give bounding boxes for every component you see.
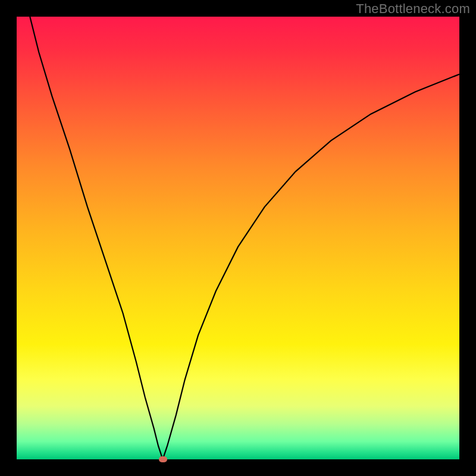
bottleneck-curve-path (30, 17, 459, 459)
chart-frame (17, 17, 459, 459)
optimal-point-marker (159, 456, 167, 462)
watermark-text: TheBottleneck.com (356, 1, 470, 17)
curve-svg (17, 17, 459, 459)
